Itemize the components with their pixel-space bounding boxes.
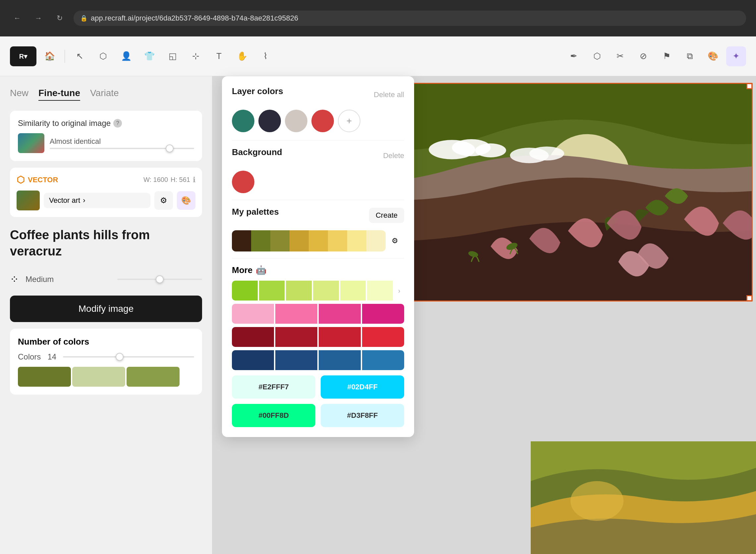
flag-tool[interactable]: ⚑ xyxy=(657,46,677,66)
bottom-image-svg xyxy=(531,441,756,554)
avatar-tool[interactable]: 👤 xyxy=(116,46,136,66)
home-tool[interactable]: 🏠 xyxy=(40,46,60,66)
swatch-3 xyxy=(126,367,180,387)
chip-light[interactable] xyxy=(285,110,307,132)
palette-chip-2[interactable] xyxy=(251,230,270,252)
red-cell-1[interactable] xyxy=(232,327,274,347)
color-input-row: #E2FFF7 #02D4FF xyxy=(232,375,404,399)
ai-magic-tool[interactable]: ✦ xyxy=(726,46,746,66)
palette-chip-3[interactable] xyxy=(270,230,290,252)
url-text: app.recraft.ai/project/6da2b537-8649-489… xyxy=(91,14,298,22)
vector-name-button[interactable]: Vector art › xyxy=(44,193,151,208)
palette-chip-6[interactable] xyxy=(328,230,347,252)
colors-slider[interactable] xyxy=(63,356,194,357)
add-color-chip[interactable]: + xyxy=(338,110,360,132)
tab-new[interactable]: New xyxy=(10,86,28,101)
palette-chips xyxy=(232,230,386,252)
shapes-tool[interactable]: ◱ xyxy=(163,46,182,66)
adjust-icon-btn[interactable]: ⚙ xyxy=(154,191,173,210)
similarity-label: Similarity to original image ? xyxy=(18,119,194,128)
palette-chip-4[interactable] xyxy=(290,230,309,252)
palette-chip-7[interactable] xyxy=(347,230,366,252)
palette-chip-8[interactable] xyxy=(366,230,386,252)
palettes-section: My palettes Create ⚙ xyxy=(232,207,404,252)
help-icon[interactable]: ? xyxy=(113,119,122,127)
eraser-tool[interactable]: ⬡ xyxy=(587,46,607,66)
color-input-02d4ff[interactable]: #02D4FF xyxy=(321,375,404,399)
palette-chip-5[interactable] xyxy=(309,230,328,252)
circle-slash-tool[interactable]: ⊘ xyxy=(633,46,653,66)
shirt-tool[interactable]: 👕 xyxy=(139,46,159,66)
palette-icon-btn[interactable]: 🎨 xyxy=(177,191,195,210)
pink-cell-4[interactable] xyxy=(362,304,404,324)
blue-cell-3[interactable] xyxy=(319,350,361,370)
colors-count-label: Colors 14 xyxy=(18,352,56,362)
tab-fine-tune[interactable]: Fine-tune xyxy=(39,86,80,101)
noise-slider[interactable] xyxy=(117,279,202,280)
palette-tool[interactable]: 🎨 xyxy=(703,46,723,66)
create-palette-button[interactable]: Create xyxy=(369,208,404,223)
svg-point-11 xyxy=(571,481,624,521)
palette-adjust-button[interactable]: ⚙ xyxy=(386,232,404,250)
vector-thumbnail xyxy=(16,190,40,210)
modify-image-button[interactable]: Modify image xyxy=(10,295,202,322)
chip-teal[interactable] xyxy=(232,110,254,132)
blue-cell-2[interactable] xyxy=(275,350,317,370)
tab-variate[interactable]: Variate xyxy=(90,86,119,101)
vector-info-btn[interactable]: ℹ xyxy=(193,176,195,184)
ai-icon: 🤖 xyxy=(256,265,266,275)
scissors-tool[interactable]: ✂ xyxy=(610,46,630,66)
text-tool[interactable]: T xyxy=(209,46,229,66)
corner-handle-tr[interactable] xyxy=(746,83,752,89)
color-input-e2fff7[interactable]: #E2FFF7 xyxy=(232,375,315,399)
green-cell-2[interactable] xyxy=(259,281,285,300)
layers-tool[interactable]: ⧉ xyxy=(680,46,700,66)
blue-cell-4[interactable] xyxy=(362,350,404,370)
pink-cell-3[interactable] xyxy=(319,304,361,324)
address-bar[interactable]: 🔒 app.recraft.ai/project/6da2b537-8649-4… xyxy=(73,11,746,26)
back-button[interactable]: ← xyxy=(10,11,24,25)
red-cell-4[interactable] xyxy=(362,327,404,347)
app-toolbar: R▾ 🏠 ↖ ⬡ 👤 👕 ◱ ⊹ T ✋ ⌇ ✒ ⬡ ✂ ⊘ ⚑ ⧉ 🎨 ✦ xyxy=(0,37,756,76)
cursor-tool[interactable]: ↖ xyxy=(70,46,90,66)
background-color-chip[interactable] xyxy=(232,171,254,193)
blue-cell-1[interactable] xyxy=(232,350,274,370)
red-cell-2[interactable] xyxy=(275,327,317,347)
green-cell-3[interactable] xyxy=(286,281,312,300)
lasso-tool[interactable]: ⌇ xyxy=(255,46,275,66)
hand-tool[interactable]: ✋ xyxy=(232,46,252,66)
colors-swatches xyxy=(18,367,194,387)
chip-red[interactable] xyxy=(311,110,334,132)
red-row xyxy=(232,327,404,347)
swatch-2 xyxy=(72,367,125,387)
similarity-slider[interactable] xyxy=(50,148,194,149)
vector-section: ⬡ VECTOR W: 1600 H: 561 ℹ Vector art › ⚙… xyxy=(10,168,202,217)
filter-tool[interactable]: ⬡ xyxy=(93,46,113,66)
colors-section: Number of colors Colors 14 xyxy=(10,329,202,395)
pink-cell-1[interactable] xyxy=(232,304,274,324)
crop-tool[interactable]: ⊹ xyxy=(186,46,206,66)
color-input-d3f8ff[interactable]: #D3F8FF xyxy=(321,404,404,427)
background-delete-link[interactable]: Delete xyxy=(383,152,404,160)
green-cell-4[interactable] xyxy=(313,281,339,300)
green-cell-1[interactable] xyxy=(232,281,258,300)
pink-cell-2[interactable] xyxy=(275,304,317,324)
canvas-area: Layer colors Delete all + Background Del… xyxy=(212,76,756,554)
chip-dark[interactable] xyxy=(258,110,281,132)
vector-label: ⬡ VECTOR xyxy=(16,174,58,185)
color-input-00ff8d[interactable]: #00FF8D xyxy=(232,404,315,427)
separator-1 xyxy=(65,50,65,63)
palette-chip-1[interactable] xyxy=(232,230,251,252)
logo-button[interactable]: R▾ xyxy=(10,46,37,66)
forward-button[interactable]: → xyxy=(31,11,46,25)
green-cell-6[interactable] xyxy=(367,281,393,300)
vector-dims: W: 1600 H: 561 ℹ xyxy=(143,176,195,184)
image-title: Coffee plants hills from veracruz xyxy=(10,224,202,263)
corner-handle-br[interactable] xyxy=(746,295,752,301)
refresh-button[interactable]: ↻ xyxy=(52,11,67,25)
green-cell-5[interactable] xyxy=(340,281,366,300)
pen-tool[interactable]: ✒ xyxy=(564,46,584,66)
red-cell-3[interactable] xyxy=(319,327,361,347)
delete-all-link[interactable]: Delete all xyxy=(374,91,404,99)
palette-chips-row: ⚙ xyxy=(232,230,404,252)
